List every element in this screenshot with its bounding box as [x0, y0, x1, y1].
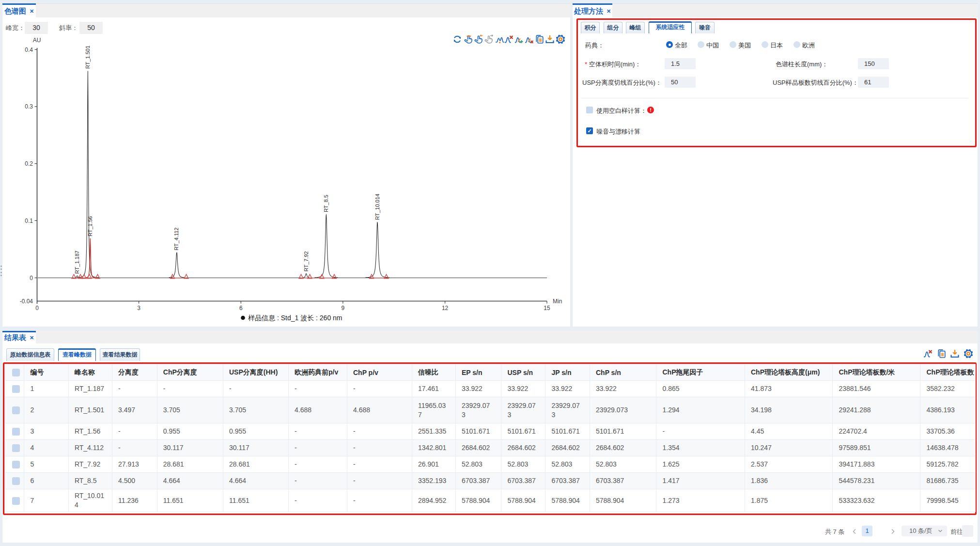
svg-text:9: 9	[342, 305, 345, 312]
svg-text:RT_10.014: RT_10.014	[374, 194, 380, 220]
svg-text:RT_1.501: RT_1.501	[85, 46, 91, 69]
svg-text:0.1: 0.1	[25, 218, 33, 224]
svg-text:0: 0	[30, 275, 33, 281]
svg-text:0.2: 0.2	[25, 160, 33, 167]
svg-text:AU: AU	[33, 37, 41, 44]
svg-text:15: 15	[544, 305, 550, 312]
svg-text:6: 6	[239, 305, 243, 312]
svg-text:0.3: 0.3	[25, 103, 33, 110]
svg-text:样品信息 : Std_1 波长 : 260 nm: 样品信息 : Std_1 波长 : 260 nm	[248, 314, 342, 322]
svg-text:-0.04: -0.04	[20, 298, 33, 305]
svg-text:RT_4.112: RT_4.112	[173, 228, 179, 250]
svg-text:RT_1.187: RT_1.187	[74, 250, 80, 274]
svg-text:RT_7.92: RT_7.92	[303, 251, 309, 272]
svg-text:3: 3	[137, 305, 140, 312]
svg-text:RT_1.56: RT_1.56	[87, 216, 93, 236]
svg-text:RT_8.5: RT_8.5	[323, 195, 329, 212]
svg-text:Min: Min	[553, 298, 562, 305]
svg-text:0: 0	[35, 305, 39, 312]
svg-text:0.4: 0.4	[25, 47, 33, 53]
svg-text:12: 12	[442, 305, 449, 312]
